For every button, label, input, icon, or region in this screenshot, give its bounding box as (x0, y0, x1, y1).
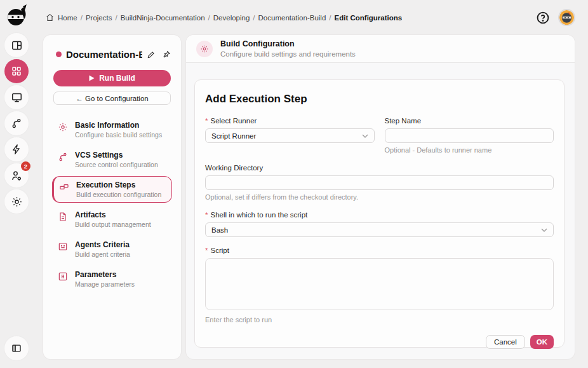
breadcrumb-separator: / (115, 14, 117, 22)
build-title: Documentation-Bu... (66, 49, 142, 60)
sidebar-item-parameters[interactable]: Parameters Manage parameters (52, 266, 172, 292)
branch-icon (58, 152, 69, 163)
gear-icon (58, 122, 69, 133)
sidebar-item-basic-information[interactable]: Basic Information Configure basic build … (52, 116, 172, 143)
required-marker: * (205, 117, 208, 125)
shell-select[interactable]: Bash (205, 222, 554, 237)
go-to-configuration-button[interactable]: ← Go to Configuration (53, 92, 171, 105)
sidebar-item-agents-criteria[interactable]: Agents Criteria Build agent criteria (52, 236, 172, 262)
projects-grid-icon[interactable] (4, 59, 29, 83)
cancel-button[interactable]: Cancel (486, 335, 525, 349)
build-sidebar: Documentation-Bu... Run Build ← Go to Co… (43, 35, 181, 359)
play-icon (89, 75, 95, 81)
user-avatar[interactable] (558, 9, 575, 26)
sidebar-item-subtitle: Manage parameters (75, 280, 135, 288)
status-dot (56, 51, 62, 57)
add-execution-step-card: Add Execution Step * Select Runner Scrip… (194, 79, 565, 348)
home-icon (46, 13, 54, 22)
sidebar-item-label: Artifacts (75, 210, 151, 219)
edit-pencil-icon[interactable] (147, 50, 156, 59)
sidebar-item-subtitle: Build output management (75, 221, 151, 228)
sidebar-item-label: Execution Steps (76, 181, 161, 189)
monitor-icon[interactable] (4, 85, 29, 109)
ok-button[interactable]: OK (530, 335, 554, 349)
parameters-icon (58, 271, 69, 282)
breadcrumb-projects[interactable]: Projects (86, 14, 112, 22)
ninja-logo[interactable] (4, 4, 29, 28)
working-directory-input[interactable] (205, 175, 554, 190)
select-runner-label: * Select Runner (205, 117, 375, 125)
step-name-label: Step Name (385, 117, 554, 125)
sidebar-item-subtitle: Build agent criteria (75, 250, 130, 258)
sidebar-item-artifacts[interactable]: Artifacts Build output management (52, 206, 172, 233)
chevron-down-icon (362, 134, 368, 138)
runner-select-value: Script Runner (211, 132, 256, 140)
sidebar-item-subtitle: Source control configuration (75, 161, 158, 168)
lightning-icon[interactable] (4, 137, 29, 161)
breadcrumb-build[interactable]: Documentation-Build (258, 14, 326, 22)
sidebar-item-label: Basic Information (75, 121, 162, 130)
branch-icon[interactable] (4, 111, 29, 135)
breadcrumb-separator: / (253, 14, 255, 22)
sidebar-item-label: Agents Criteria (75, 240, 130, 249)
working-directory-label: Working Directory (205, 164, 554, 172)
step-name-input[interactable] (385, 128, 554, 143)
artifact-file-icon (58, 212, 69, 222)
main-panel: Build Configuration Configure build sett… (186, 35, 575, 359)
build-config-gear-icon (196, 41, 213, 57)
breadcrumb-separator: / (329, 14, 331, 22)
sidebar-item-label: VCS Settings (75, 151, 158, 160)
agents-badge: 2 (21, 161, 30, 171)
settings-gear-icon[interactable] (4, 189, 29, 214)
breadcrumb-home[interactable]: Home (58, 14, 77, 22)
main-header: Build Configuration Configure build sett… (186, 35, 575, 63)
collapse-sidebar-icon[interactable] (4, 336, 29, 360)
breadcrumb: Home / Projects / BuildNinja-Documentati… (46, 13, 402, 22)
working-directory-hint: Optional, set if differs from the checko… (205, 193, 554, 201)
required-marker: * (205, 211, 208, 219)
sidebar-item-subtitle: Configure basic build settings (75, 131, 162, 139)
pin-icon[interactable] (162, 50, 171, 59)
script-label: * Script (205, 247, 554, 254)
steps-icon (59, 182, 70, 193)
runner-select[interactable]: Script Runner (205, 128, 375, 143)
sidebar-item-label: Parameters (75, 270, 135, 279)
script-hint: Enter the script to run (205, 316, 554, 324)
shell-label: * Shell in which to run the script (205, 211, 554, 219)
breadcrumb-separator: / (208, 14, 210, 22)
card-title: Add Execution Step (205, 93, 554, 106)
help-button[interactable] (535, 10, 551, 25)
agents-icon[interactable]: 2 (4, 163, 29, 187)
breadcrumb-separator: / (81, 14, 83, 22)
required-marker: * (205, 247, 208, 254)
run-build-button[interactable]: Run Build (53, 70, 171, 86)
icon-rail: 2 (0, 0, 33, 368)
script-textarea[interactable] (205, 258, 554, 310)
sidebar-item-subtitle: Build execution configuration (76, 191, 161, 198)
breadcrumb-current: Edit Configurations (335, 14, 403, 22)
sidebar-item-vcs-settings[interactable]: VCS Settings Source control configuratio… (52, 146, 172, 173)
shell-select-value: Bash (211, 226, 228, 234)
page-subtitle: Configure build settings and requirement… (220, 50, 356, 58)
top-bar: Home / Projects / BuildNinja-Documentati… (33, 0, 588, 35)
breadcrumb-subproject[interactable]: Developing (213, 14, 250, 22)
step-name-hint: Optional - Defaults to runner name (385, 146, 554, 154)
breadcrumb-project[interactable]: BuildNinja-Documentation (121, 14, 205, 22)
sidebar-nav: Basic Information Configure basic build … (43, 116, 181, 292)
page-title: Build Configuration (220, 39, 356, 48)
agent-icon (58, 242, 69, 252)
chevron-down-icon (541, 228, 547, 232)
dashboard-icon[interactable] (4, 33, 29, 57)
sidebar-item-execution-steps[interactable]: Execution Steps Build execution configur… (52, 176, 172, 203)
